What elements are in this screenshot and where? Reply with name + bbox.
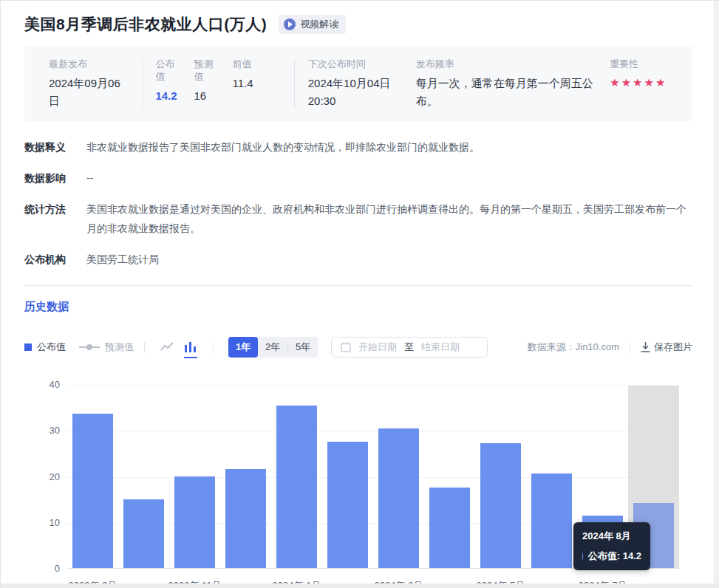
page: 美国8月季调后非农就业人口(万人) 视频解读 最新发布 2024年09月06日 … [0,0,719,588]
stats-bar: 最新发布 2024年09月06日 公布值 14.2 预测值 16 前值 11.4 [24,47,692,121]
range-5y-button[interactable]: 5年 [288,337,318,358]
stat-published: 公布值 14.2 [155,58,180,110]
stat-value: 11.4 [232,75,253,92]
stat-label: 前值 [232,58,253,70]
history-section-title: 历史数据 [24,300,692,314]
y-axis-tick-label: 30 [30,425,60,436]
controls-divider [144,342,145,353]
tooltip-title: 2024年 8月 [582,530,641,543]
range-2y-button[interactable]: 2年 [258,337,287,358]
stat-label: 发布频率 [416,58,610,70]
stat-value: 2024年10月04日 20:30 [308,75,398,110]
end-date-input[interactable]: 结束日期 [421,341,460,354]
video-explain-button[interactable]: 视频解读 [279,15,346,34]
range-1y-button[interactable]: 1年 [228,337,258,358]
stat-forecast: 预测值 16 [194,58,219,110]
bar-2023年 10月[interactable] [123,499,164,568]
bar-2024年 6月[interactable] [531,474,572,568]
bar-2023年 11月[interactable] [174,476,215,568]
stat-value: 每月一次，通常在每月第一个周五公布。 [416,75,610,110]
y-axis-tick-label: 10 [30,517,60,528]
bar-2023年 9月[interactable] [72,414,113,568]
desc-row-agency: 公布机构 美国劳工统计局 [24,250,692,269]
page-scrollbar[interactable] [714,1,719,588]
plot-area[interactable]: 0102030402023年 9月2023年 11月2024年 1月2024年 … [67,385,679,569]
stat-label: 最新发布 [49,58,129,70]
bar-2024年 1月[interactable] [276,406,317,568]
video-badge-label: 视频解读 [300,18,338,31]
bar-2024年 3月[interactable] [378,428,419,568]
desc-row-impact: 数据影响 -- [24,168,692,188]
description-section: 数据释义 非农就业数据报告了美国非农部门就业人数的变动情况，即排除农业部门的就业… [24,137,692,269]
stat-label: 重要性 [610,58,672,70]
bar-2024年 2月[interactable] [327,442,368,568]
series-dot-icon [582,553,583,560]
gridline [67,477,679,478]
stat-frequency: 发布频率 每月一次，通常在每月第一个周五公布。 [416,58,610,110]
desc-content: 非农就业数据报告了美国非农部门就业人数的变动情况，即排除农业部门的就业数据。 [86,137,480,157]
legend-label: 公布值 [37,341,66,354]
desc-label: 数据影响 [24,168,79,188]
y-axis-tick-label: 20 [30,471,60,482]
date-to-label: 至 [404,341,414,354]
desc-label: 数据释义 [24,137,79,157]
desc-content: 美国劳工统计局 [86,250,159,269]
start-date-input[interactable]: 开始日期 [358,341,397,354]
bar-series-swatch-icon [24,343,32,351]
desc-content: 美国非农就业数据是通过对美国的企业、政府机构和非农业部门进行抽样调查得出的。每月… [86,199,692,238]
stat-value: 16 [194,87,219,105]
legend-published-toggle[interactable]: 公布值 [24,341,66,354]
bar-2023年 12月[interactable] [225,469,266,568]
legend-forecast-toggle[interactable]: 预测值 [79,341,134,354]
stat-importance: 重要性 ★★★★★ [610,58,672,110]
chart-tooltip: 2024年 8月 公布值: 14.2 [573,522,650,570]
bar-2024年 5月[interactable] [480,443,521,568]
tooltip-row: 公布值: 14.2 [582,550,641,563]
desc-label: 公布机构 [24,250,79,269]
download-icon [641,342,650,352]
stat-label: 下次公布时间 [308,58,398,70]
title-row: 美国8月季调后非农就业人口(万人) 视频解读 [24,14,692,35]
bar-chart-icon[interactable] [183,339,199,355]
controls-divider [630,342,630,353]
stat-value: 2024年09月06日 [49,75,129,110]
tooltip-value: 公布值: 14.2 [588,550,641,563]
page-bottom-edge [1,584,719,588]
chart-controls: 公布值 预测值 1年 2年 5年 开始日期 [24,337,692,358]
y-axis-tick-label: 0 [30,563,60,574]
gridline [67,431,679,431]
calendar-icon [341,342,351,352]
page-title: 美国8月季调后非农就业人口(万人) [24,14,267,35]
stat-latest-release: 最新发布 2024年09月06日 [49,58,129,110]
desc-row-meaning: 数据释义 非农就业数据报告了美国非农部门就业人数的变动情况，即排除农业部门的就业… [24,137,692,157]
main-content: 美国8月季调后非农就业人口(万人) 视频解读 最新发布 2024年09月06日 … [1,1,719,588]
section-divider [24,285,692,286]
save-image-label: 保存图片 [654,341,692,354]
stats-divider [142,59,143,109]
stat-label: 公布值 [155,58,180,83]
desc-row-method: 统计方法 美国非农就业数据是通过对美国的企业、政府机构和非农业部门进行抽样调查得… [24,199,692,238]
stats-divider [294,59,295,109]
bar-2024年 4月[interactable] [429,488,470,568]
save-image-button[interactable]: 保存图片 [641,341,692,354]
stat-previous: 前值 11.4 [232,58,253,110]
range-selector: 1年 2年 5年 [228,337,318,358]
right-tools: 数据来源：Jin10.com 保存图片 [528,341,692,354]
line-series-swatch-icon [79,344,100,350]
line-chart-icon[interactable] [159,339,175,355]
stat-value-published: 14.2 [155,87,180,105]
importance-stars: ★★★★★ [610,76,672,89]
y-axis-tick-label: 40 [30,379,60,390]
history-bar-chart: 0102030402023年 9月2023年 11月2024年 1月2024年 … [24,372,692,588]
desc-content: -- [86,168,93,188]
date-range-picker[interactable]: 开始日期 至 结束日期 [331,337,488,358]
legend-label: 预测值 [105,341,134,354]
data-source-label: 数据来源：Jin10.com [528,341,619,354]
stat-label: 预测值 [194,58,219,83]
play-icon [284,18,296,30]
stat-next-release: 下次公布时间 2024年10月04日 20:30 [308,58,398,110]
gridline [67,385,679,386]
stat-numbers: 公布值 14.2 预测值 16 前值 11.4 [155,58,280,110]
controls-divider [213,342,214,353]
desc-label: 统计方法 [24,199,79,238]
